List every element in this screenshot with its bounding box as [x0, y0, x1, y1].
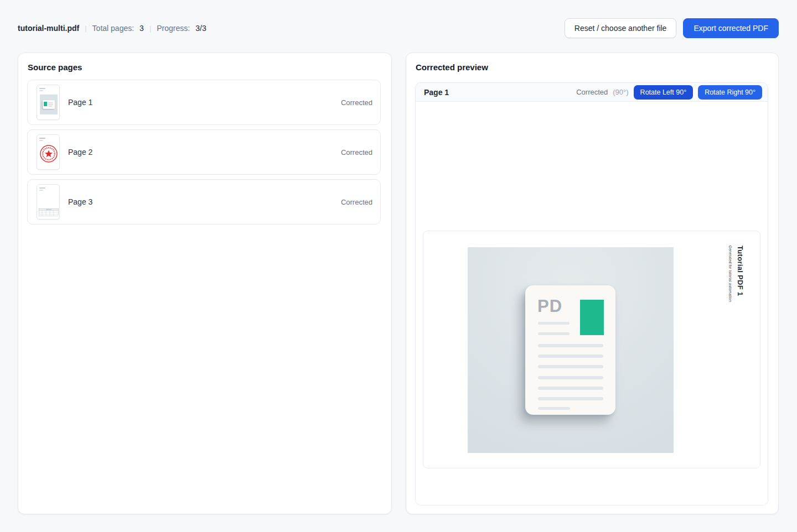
- page-item-label: Page 3: [68, 197, 92, 206]
- rotated-page-text: Tutorial PDF 1 Generated for tutorial au…: [728, 246, 744, 302]
- preview-rotation-badge: (90°): [613, 88, 628, 96]
- pd-text: PD: [537, 298, 562, 315]
- progress-label: Progress:: [157, 24, 190, 33]
- rotate-left-button[interactable]: Rotate Left 90°: [634, 85, 694, 100]
- page-vertical-subtitle: Generated for tutorial automation: [728, 246, 732, 302]
- meta-separator: |: [85, 24, 86, 33]
- page-item-status: Corrected: [341, 148, 372, 157]
- total-pages-value: 3: [139, 24, 144, 33]
- source-page-item-3[interactable]: Page 3 Corrected: [27, 179, 381, 225]
- source-pages-panel: Source pages Page 1 Corrected: [18, 53, 392, 514]
- corrected-preview-title: Corrected preview: [416, 62, 488, 72]
- source-page-item-2[interactable]: Page 2 Corrected: [27, 129, 381, 175]
- corrected-preview-panel: Corrected preview Page 1 Corrected (90°)…: [406, 53, 779, 514]
- preview-page-card: Page 1 Corrected (90°) Rotate Left 90° R…: [415, 82, 768, 505]
- rotate-right-button[interactable]: Rotate Right 90°: [698, 85, 762, 100]
- green-block: [580, 300, 604, 335]
- page-item-status: Corrected: [341, 198, 372, 206]
- page-3-thumbnail: [37, 184, 60, 220]
- page-vertical-title: Tutorial PDF 1: [736, 246, 744, 302]
- source-page-item-1[interactable]: Page 1 Corrected: [27, 80, 381, 125]
- page-1-thumbnail: [37, 85, 60, 120]
- document-illustration: PD: [525, 285, 615, 415]
- page-item-label: Page 2: [68, 148, 92, 157]
- preview-page-header: Page 1 Corrected (90°) Rotate Left 90° R…: [416, 83, 768, 102]
- topbar: tutorial-multi.pdf | Total pages: 3 | Pr…: [18, 18, 779, 38]
- reset-button[interactable]: Reset / choose another file: [565, 18, 677, 38]
- red-seal-icon: [38, 143, 60, 165]
- progress-value: 3/3: [195, 24, 206, 33]
- page-item-status: Corrected: [341, 98, 372, 107]
- topbar-actions: Reset / choose another file Export corre…: [565, 18, 779, 38]
- corrected-pdf-page: PD Tutorial PDF 1 Ge: [423, 231, 760, 468]
- page-2-thumbnail: [37, 134, 60, 170]
- preview-page-label: Page 1: [424, 88, 449, 97]
- file-name: tutorial-multi.pdf: [18, 24, 79, 33]
- photo-thumbnail-image: [40, 95, 58, 114]
- total-pages-label: Total pages:: [92, 24, 134, 33]
- file-meta: tutorial-multi.pdf | Total pages: 3 | Pr…: [18, 24, 206, 33]
- mini-table-icon: [39, 208, 59, 216]
- meta-separator: |: [149, 24, 151, 33]
- source-pages-title: Source pages: [28, 62, 82, 72]
- page-item-label: Page 1: [68, 98, 92, 107]
- preview-body: PD Tutorial PDF 1 Ge: [416, 102, 768, 505]
- pdf-photo-illustration: PD: [468, 247, 674, 453]
- preview-status-text: Corrected: [576, 88, 608, 96]
- export-pdf-button[interactable]: Export corrected PDF: [683, 18, 779, 38]
